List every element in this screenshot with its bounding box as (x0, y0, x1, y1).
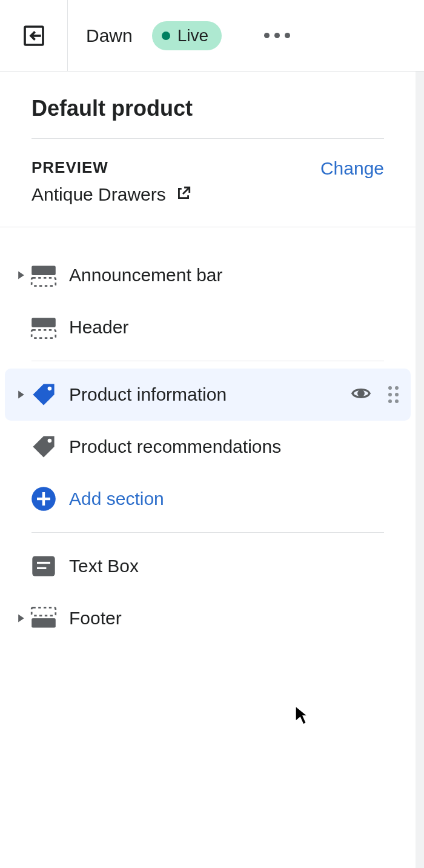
section-text-box[interactable]: Text Box (0, 540, 416, 592)
svg-rect-17 (31, 618, 56, 627)
svg-rect-6 (31, 330, 56, 338)
chevron-right-icon[interactable] (12, 390, 30, 399)
preview-item-name: Antique Drawers (31, 184, 166, 205)
status-dot-icon (162, 32, 170, 40)
section-label: Announcement bar (69, 265, 399, 285)
external-link-icon[interactable] (176, 185, 191, 204)
add-section-label: Add section (69, 489, 164, 509)
section-label: Footer (69, 608, 399, 629)
dot-icon (264, 33, 270, 38)
exit-icon (22, 24, 46, 48)
drag-handle-icon[interactable] (388, 386, 399, 403)
title-block: Default product (0, 72, 416, 138)
section-header[interactable]: Header (0, 301, 416, 353)
chevron-right-icon[interactable] (12, 613, 30, 623)
svg-point-7 (48, 387, 52, 391)
status-label: Live (177, 26, 208, 45)
svg-point-8 (359, 391, 364, 396)
theme-name: Dawn (86, 25, 133, 46)
visibility-toggle[interactable] (351, 383, 371, 406)
top-bar: Dawn Live (0, 0, 424, 72)
svg-rect-5 (31, 318, 56, 327)
back-button[interactable] (0, 0, 68, 72)
section-bottom-icon (30, 605, 57, 632)
svg-rect-13 (32, 556, 55, 576)
tag-icon (30, 433, 57, 460)
divider (31, 532, 384, 533)
section-label: Product recommendations (69, 436, 399, 457)
preview-block: PREVIEW Antique Drawers Change (0, 139, 416, 227)
section-product-recommendations[interactable]: Product recommendations (0, 421, 416, 473)
section-footer[interactable]: Footer (0, 592, 416, 644)
svg-rect-16 (31, 607, 56, 615)
preview-heading: PREVIEW (31, 158, 191, 177)
sidebar-panel: Default product PREVIEW Antique Drawers … (0, 72, 424, 868)
section-label: Product information (69, 384, 351, 405)
divider (31, 361, 384, 361)
add-section-button[interactable]: Add section (0, 473, 416, 525)
text-box-icon (30, 553, 57, 579)
section-product-information[interactable]: Product information (5, 369, 411, 421)
svg-point-9 (48, 439, 52, 443)
status-badge: Live (152, 21, 222, 50)
tag-icon (30, 381, 57, 408)
chevron-right-icon[interactable] (12, 270, 30, 280)
section-label: Header (69, 317, 399, 338)
plus-circle-icon (30, 486, 57, 512)
svg-rect-4 (31, 278, 56, 285)
svg-line-2 (183, 187, 190, 194)
section-label: Text Box (69, 556, 399, 576)
more-button[interactable] (258, 27, 296, 44)
dot-icon (285, 33, 290, 38)
page-title: Default product (31, 96, 384, 121)
sections-list: Announcement bar Header Product informat… (0, 227, 416, 644)
section-top-icon (30, 314, 57, 341)
dot-icon (274, 33, 280, 38)
change-link[interactable]: Change (320, 158, 384, 205)
svg-rect-3 (31, 266, 56, 275)
section-announcement-bar[interactable]: Announcement bar (0, 249, 416, 301)
section-top-icon (30, 262, 57, 289)
